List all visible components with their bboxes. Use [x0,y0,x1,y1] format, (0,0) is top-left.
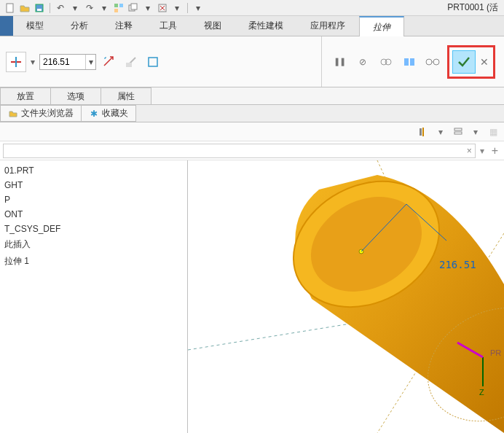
confirm-highlight: ✕ [447,45,495,79]
chevron-down-icon[interactable]: ▾ [98,1,111,15]
tree-node[interactable]: P [4,192,183,207]
filter-icon[interactable] [452,125,465,139]
chevron-down-icon[interactable]: ▾ [68,1,82,15]
depth-type-button[interactable] [6,52,26,72]
svg-rect-18 [410,58,414,66]
thicken-icon[interactable] [144,53,162,71]
svg-rect-23 [420,128,422,136]
tab-label: 文件夹浏览器 [21,107,74,120]
tree-node[interactable]: GHT [4,178,183,192]
tab-favorites[interactable]: ✱ 收藏夹 [81,105,136,122]
tab-extrude[interactable]: 拉伸 [359,16,404,36]
ribbon-tabs: 模型 分析 注释 工具 视图 柔性建模 应用程序 拉伸 [0,16,504,36]
svg-text:Z: Z [479,388,484,397]
chevron-down-icon[interactable]: ▾ [141,1,154,15]
chevron-down-icon[interactable]: ▾ [31,57,35,67]
chevron-down-icon[interactable]: ▾ [170,1,184,15]
svg-text:PR: PR [490,348,501,357]
redo-icon[interactable]: ↷ [83,1,96,15]
tree-toolbar: ▾ ▾ ▦ [0,122,504,141]
svg-rect-17 [404,58,409,66]
confirm-button[interactable] [452,50,476,74]
svg-point-20 [433,59,439,65]
tab-model[interactable]: 模型 [13,16,58,36]
tree-node[interactable]: 此插入 [4,236,183,253]
attached-preview-icon[interactable] [401,53,418,71]
chevron-down-icon[interactable]: ▾ [434,125,447,139]
open-icon[interactable] [18,1,31,15]
ribbon-panel: ▾ ▾ ❚❚ ⊘ ✕ [0,36,504,87]
tab-apps[interactable]: 应用程序 [297,16,359,36]
tab-flex[interactable]: 柔性建模 [235,16,297,36]
favorites-icon: ✱ [89,109,99,119]
tree-node[interactable]: 01.PRT [4,163,183,178]
tab-tools[interactable]: 工具 [146,16,191,36]
tab-analysis[interactable]: 分析 [58,16,102,36]
flip-direction-icon[interactable] [101,53,118,71]
depth-dropdown-icon[interactable]: ▾ [85,55,95,69]
svg-rect-14 [149,58,157,66]
svg-rect-7 [131,4,137,9]
subtab-options[interactable]: 选项 [50,87,101,104]
qat-customize-icon[interactable]: ▾ [192,1,205,15]
depth-value-input[interactable]: ▾ [39,54,96,70]
pause-icon[interactable]: ❚❚ [331,53,348,71]
tree-search-input[interactable]: × [3,144,476,158]
dimension-label[interactable]: 216.51 [439,259,476,270]
tab-label: 收藏夹 [102,107,128,120]
svg-rect-13 [126,63,132,67]
undo-icon[interactable]: ↶ [54,1,67,15]
graphics-viewport[interactable]: Z PR 216.51 [188,160,504,433]
svg-rect-22 [422,128,424,136]
chevron-down-icon[interactable]: ▾ [469,125,482,139]
model-tree[interactable]: 01.PRT GHT P ONT T_CSYS_DEF 此插入 拉伸 1 [0,160,188,433]
tree-node[interactable]: ONT [4,207,183,222]
window-title: PRT0001 (活 [205,1,501,14]
svg-point-16 [385,59,391,65]
no-preview-icon[interactable]: ⊘ [354,53,371,71]
svg-rect-5 [114,9,118,12]
unattached-icon[interactable] [377,53,395,71]
svg-rect-2 [37,9,42,11]
tree-node[interactable]: 拉伸 1 [4,253,183,270]
tree-node[interactable]: T_CSYS_DEF [4,222,183,236]
windows-icon[interactable] [127,1,140,15]
depth-field[interactable] [40,57,85,67]
subtab-placement[interactable]: 放置 [0,87,51,104]
tab-view[interactable]: 视图 [191,16,235,36]
glasses-icon[interactable] [424,53,441,71]
browser-tabs: 文件夹浏览器 ✱ 收藏夹 [0,105,504,122]
folder-icon [8,109,18,119]
subtab-properties[interactable]: 属性 [101,87,151,104]
quick-access-toolbar: ↶ ▾ ↷ ▾ ▾ ▾ ▾ PRT0001 (活 [0,0,504,16]
svg-rect-24 [454,128,462,130]
remove-material-icon[interactable] [122,53,140,71]
new-icon[interactable] [4,1,17,15]
add-icon[interactable]: + [489,144,501,157]
svg-rect-0 [7,4,13,12]
svg-rect-4 [119,4,123,7]
close-win-icon[interactable] [156,1,169,15]
svg-rect-25 [454,132,462,134]
save-icon[interactable] [33,1,46,15]
show-icon[interactable]: ▦ [487,125,500,139]
svg-rect-3 [114,4,118,7]
file-menu-button[interactable] [0,16,13,36]
tab-folder-browser[interactable]: 文件夹浏览器 [0,105,82,122]
svg-point-19 [426,59,432,65]
regen-icon[interactable] [112,1,125,15]
search-dropdown-icon[interactable]: ▾ [479,146,486,156]
tab-annotate[interactable]: 注释 [102,16,146,36]
feature-subtabs: 放置 选项 属性 [0,87,504,105]
tree-search-row: × ▾ + [0,141,504,160]
cancel-button[interactable]: ✕ [479,56,490,68]
tools-icon[interactable] [417,125,430,139]
clear-search-icon[interactable]: × [464,146,475,156]
content-area: 01.PRT GHT P ONT T_CSYS_DEF 此插入 拉伸 1 [0,160,504,433]
